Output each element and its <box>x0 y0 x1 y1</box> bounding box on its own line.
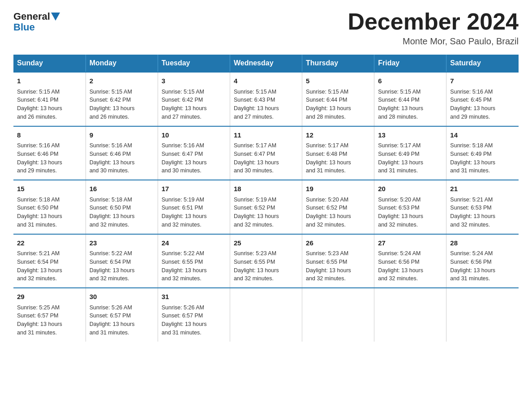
day-cell: 18Sunrise: 5:19 AMSunset: 6:52 PMDayligh… <box>230 180 302 234</box>
week-row-5: 29Sunrise: 5:25 AMSunset: 6:57 PMDayligh… <box>13 288 519 342</box>
day-cell: 27Sunrise: 5:24 AMSunset: 6:56 PMDayligh… <box>374 234 446 288</box>
day-info: Sunrise: 5:24 AMSunset: 6:56 PMDaylight:… <box>378 249 442 283</box>
day-number: 4 <box>234 76 298 86</box>
day-cell: 31Sunrise: 5:26 AMSunset: 6:57 PMDayligh… <box>158 288 230 342</box>
day-cell: 5Sunrise: 5:15 AMSunset: 6:44 PMDaylight… <box>302 72 374 126</box>
day-number: 24 <box>162 238 226 248</box>
logo-general-text: General <box>13 12 50 21</box>
day-number: 20 <box>378 184 442 194</box>
header-friday: Friday <box>374 55 446 72</box>
day-number: 22 <box>17 238 82 248</box>
day-info: Sunrise: 5:19 AMSunset: 6:51 PMDaylight:… <box>162 196 226 229</box>
day-number: 8 <box>17 130 82 141</box>
calendar-header: Sunday Monday Tuesday Wednesday Thursday… <box>13 55 519 72</box>
day-cell: 1Sunrise: 5:15 AMSunset: 6:41 PMDaylight… <box>13 72 86 126</box>
day-number: 3 <box>162 76 226 86</box>
day-info: Sunrise: 5:15 AMSunset: 6:44 PMDaylight:… <box>378 88 442 121</box>
day-cell: 22Sunrise: 5:21 AMSunset: 6:54 PMDayligh… <box>13 234 86 288</box>
day-info: Sunrise: 5:23 AMSunset: 6:55 PMDaylight:… <box>306 249 370 283</box>
day-cell: 15Sunrise: 5:18 AMSunset: 6:50 PMDayligh… <box>13 180 86 234</box>
day-cell: 21Sunrise: 5:21 AMSunset: 6:53 PMDayligh… <box>446 180 519 234</box>
day-number: 12 <box>306 130 370 141</box>
day-info: Sunrise: 5:24 AMSunset: 6:56 PMDaylight:… <box>450 249 515 283</box>
day-cell: 28Sunrise: 5:24 AMSunset: 6:56 PMDayligh… <box>446 234 519 288</box>
day-info: Sunrise: 5:18 AMSunset: 6:50 PMDaylight:… <box>90 196 154 229</box>
day-info: Sunrise: 5:15 AMSunset: 6:43 PMDaylight:… <box>234 88 298 121</box>
day-cell: 29Sunrise: 5:25 AMSunset: 6:57 PMDayligh… <box>13 288 86 342</box>
day-number: 17 <box>162 184 226 194</box>
day-cell: 8Sunrise: 5:16 AMSunset: 6:46 PMDaylight… <box>13 126 86 180</box>
day-info: Sunrise: 5:19 AMSunset: 6:52 PMDaylight:… <box>234 196 298 229</box>
day-cell: 17Sunrise: 5:19 AMSunset: 6:51 PMDayligh… <box>158 180 230 234</box>
day-cell: 26Sunrise: 5:23 AMSunset: 6:55 PMDayligh… <box>302 234 374 288</box>
day-number: 26 <box>306 238 370 248</box>
day-info: Sunrise: 5:15 AMSunset: 6:42 PMDaylight:… <box>90 88 154 121</box>
day-cell: 10Sunrise: 5:16 AMSunset: 6:47 PMDayligh… <box>158 126 230 180</box>
day-cell: 23Sunrise: 5:22 AMSunset: 6:54 PMDayligh… <box>86 234 158 288</box>
day-number: 31 <box>162 292 226 302</box>
title-area: December 2024 Monte Mor, Sao Paulo, Braz… <box>348 9 519 47</box>
week-row-2: 8Sunrise: 5:16 AMSunset: 6:46 PMDaylight… <box>13 126 519 180</box>
header-monday: Monday <box>86 55 158 72</box>
day-number: 25 <box>234 238 298 248</box>
day-info: Sunrise: 5:25 AMSunset: 6:57 PMDaylight:… <box>17 304 82 337</box>
day-info: Sunrise: 5:16 AMSunset: 6:47 PMDaylight:… <box>162 141 226 175</box>
day-info: Sunrise: 5:20 AMSunset: 6:53 PMDaylight:… <box>378 196 442 229</box>
day-info: Sunrise: 5:18 AMSunset: 6:49 PMDaylight:… <box>450 141 515 175</box>
day-info: Sunrise: 5:16 AMSunset: 6:46 PMDaylight:… <box>17 141 82 175</box>
day-info: Sunrise: 5:26 AMSunset: 6:57 PMDaylight:… <box>90 304 154 337</box>
calendar-table: Sunday Monday Tuesday Wednesday Thursday… <box>13 55 519 342</box>
day-info: Sunrise: 5:15 AMSunset: 6:41 PMDaylight:… <box>17 88 82 121</box>
day-cell <box>446 288 519 342</box>
header-row: Sunday Monday Tuesday Wednesday Thursday… <box>13 55 519 72</box>
day-info: Sunrise: 5:16 AMSunset: 6:46 PMDaylight:… <box>90 141 154 175</box>
day-number: 5 <box>306 76 370 86</box>
day-info: Sunrise: 5:15 AMSunset: 6:44 PMDaylight:… <box>306 88 370 121</box>
day-number: 19 <box>306 184 370 194</box>
day-info: Sunrise: 5:22 AMSunset: 6:54 PMDaylight:… <box>90 249 154 283</box>
header-saturday: Saturday <box>446 55 519 72</box>
day-cell <box>302 288 374 342</box>
day-info: Sunrise: 5:17 AMSunset: 6:49 PMDaylight:… <box>378 141 442 175</box>
day-number: 1 <box>17 76 82 86</box>
day-info: Sunrise: 5:21 AMSunset: 6:54 PMDaylight:… <box>17 249 82 283</box>
day-cell: 2Sunrise: 5:15 AMSunset: 6:42 PMDaylight… <box>86 72 158 126</box>
day-number: 18 <box>234 184 298 194</box>
day-info: Sunrise: 5:20 AMSunset: 6:52 PMDaylight:… <box>306 196 370 229</box>
calendar-title: December 2024 <box>348 9 519 34</box>
day-number: 6 <box>378 76 442 86</box>
week-row-1: 1Sunrise: 5:15 AMSunset: 6:41 PMDaylight… <box>13 72 519 126</box>
header-wednesday: Wednesday <box>230 55 302 72</box>
day-number: 15 <box>17 184 82 194</box>
day-cell: 9Sunrise: 5:16 AMSunset: 6:46 PMDaylight… <box>86 126 158 180</box>
day-cell <box>230 288 302 342</box>
day-info: Sunrise: 5:22 AMSunset: 6:55 PMDaylight:… <box>162 249 226 283</box>
day-info: Sunrise: 5:16 AMSunset: 6:45 PMDaylight:… <box>450 88 515 121</box>
calendar-subtitle: Monte Mor, Sao Paulo, Brazil <box>348 36 519 47</box>
day-info: Sunrise: 5:17 AMSunset: 6:47 PMDaylight:… <box>234 141 298 175</box>
day-number: 29 <box>17 292 82 302</box>
day-number: 16 <box>90 184 154 194</box>
day-info: Sunrise: 5:23 AMSunset: 6:55 PMDaylight:… <box>234 249 298 283</box>
day-info: Sunrise: 5:15 AMSunset: 6:42 PMDaylight:… <box>162 88 226 121</box>
day-number: 28 <box>450 238 515 248</box>
day-info: Sunrise: 5:26 AMSunset: 6:57 PMDaylight:… <box>162 304 226 337</box>
day-number: 23 <box>90 238 154 248</box>
day-cell: 30Sunrise: 5:26 AMSunset: 6:57 PMDayligh… <box>86 288 158 342</box>
logo-blue-text: Blue <box>13 21 35 33</box>
day-number: 21 <box>450 184 515 194</box>
day-info: Sunrise: 5:17 AMSunset: 6:48 PMDaylight:… <box>306 141 370 175</box>
week-row-4: 22Sunrise: 5:21 AMSunset: 6:54 PMDayligh… <box>13 234 519 288</box>
day-number: 14 <box>450 130 515 141</box>
day-cell: 3Sunrise: 5:15 AMSunset: 6:42 PMDaylight… <box>158 72 230 126</box>
day-cell: 11Sunrise: 5:17 AMSunset: 6:47 PMDayligh… <box>230 126 302 180</box>
day-cell: 7Sunrise: 5:16 AMSunset: 6:45 PMDaylight… <box>446 72 519 126</box>
day-number: 2 <box>90 76 154 86</box>
logo-triangle-icon <box>51 13 60 21</box>
day-number: 7 <box>450 76 515 86</box>
header: General Blue December 2024 Monte Mor, Sa… <box>13 9 519 47</box>
week-row-3: 15Sunrise: 5:18 AMSunset: 6:50 PMDayligh… <box>13 180 519 234</box>
day-info: Sunrise: 5:18 AMSunset: 6:50 PMDaylight:… <box>17 196 82 229</box>
day-cell: 6Sunrise: 5:15 AMSunset: 6:44 PMDaylight… <box>374 72 446 126</box>
day-info: Sunrise: 5:21 AMSunset: 6:53 PMDaylight:… <box>450 196 515 229</box>
